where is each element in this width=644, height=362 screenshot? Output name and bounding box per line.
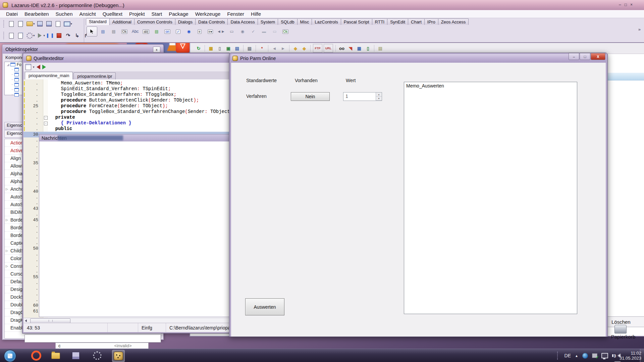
auswerten-button[interactable]: Auswerten	[245, 298, 284, 315]
togglebox-icon[interactable]: on	[162, 27, 172, 36]
palette-tab-dialogs[interactable]: Dialogs	[175, 18, 196, 25]
menu-ansicht[interactable]: Ansicht	[76, 11, 99, 17]
scrollbar-icon[interactable]: ◄►	[216, 27, 226, 36]
frame-icon[interactable]: ▭	[270, 27, 280, 36]
clipboard-icon[interactable]: ▯	[364, 45, 372, 52]
highlight-icon[interactable]: ◥	[347, 45, 354, 52]
minimize-button[interactable]: –	[569, 53, 579, 60]
step-over-icon[interactable]: ↷	[64, 32, 72, 40]
menu-suchen[interactable]: Suchen	[52, 11, 76, 17]
chevron-down-icon[interactable]: ▾	[33, 22, 35, 25]
binoculars-icon[interactable]: oo	[338, 45, 345, 52]
minimize-icon[interactable]: –	[619, 2, 621, 7]
palette-overflow-chevron[interactable]: »	[638, 27, 641, 32]
palette-tab-data-controls[interactable]: Data Controls	[195, 18, 228, 25]
chevron-down-icon[interactable]: ▾	[44, 34, 45, 37]
palette-tab-common-controls[interactable]: Common Controls	[134, 18, 175, 25]
wert-spin-edit[interactable]: 1 ▲ ▼	[343, 92, 382, 101]
nein-toggle-button[interactable]: Nein	[291, 92, 330, 101]
menu-datei[interactable]: Datei	[3, 11, 21, 17]
back-icon[interactable]	[37, 65, 40, 69]
palette-tab-additional[interactable]: Additional	[109, 18, 135, 25]
package-down-icon[interactable]: ◆	[301, 45, 308, 52]
start-button[interactable]	[4, 350, 16, 362]
taskbar-settings-icon[interactable]	[91, 350, 103, 361]
palette-tab-ipro[interactable]: IPro	[424, 18, 438, 25]
palette-tab-lazcontrols[interactable]: LazControls	[312, 18, 341, 25]
open-icon[interactable]	[25, 20, 34, 28]
recycle-bin-icon[interactable]	[614, 325, 627, 334]
forward-icon[interactable]	[42, 65, 46, 69]
palette-tab-chart[interactable]: Chart	[408, 18, 425, 25]
network-icon[interactable]	[601, 353, 608, 358]
edit-icon[interactable]: ab|	[141, 27, 151, 36]
refresh-icon[interactable]: ↻	[195, 45, 202, 52]
notes-icon[interactable]: ▤	[377, 45, 384, 52]
stop-icon[interactable]	[55, 32, 63, 40]
menu-package[interactable]: Package	[165, 11, 192, 17]
ftp-icon[interactable]: FTP	[313, 44, 322, 53]
speaker-icon[interactable]: )))	[612, 354, 615, 358]
checkgroup-icon[interactable]: ✓	[248, 27, 258, 36]
menu-quelltext[interactable]: Quelltext	[99, 11, 126, 17]
maximize-icon[interactable]: □	[625, 2, 627, 7]
package-up-icon[interactable]: ◆	[292, 45, 299, 52]
taskbar-browser-icon[interactable]	[30, 350, 42, 361]
menu-hilfe[interactable]: Hilfe	[248, 11, 264, 17]
palette-tab-data-access[interactable]: Data Access	[227, 18, 258, 25]
groupbox-icon[interactable]: ▭	[227, 27, 237, 36]
chevron-down-icon[interactable]: ▾	[33, 65, 35, 69]
button-icon[interactable]: Ok	[119, 27, 129, 36]
back-icon[interactable]: ◄	[271, 45, 278, 52]
close-icon[interactable]: x	[153, 47, 160, 53]
asterisk-icon[interactable]: *	[258, 45, 266, 52]
new-form-icon[interactable]	[16, 20, 24, 28]
spin-down-icon[interactable]: ▼	[376, 97, 382, 101]
palette-tab-pascal-script[interactable]: Pascal Script	[341, 18, 372, 25]
scroll-left-icon[interactable]	[25, 319, 27, 322]
menu-werkzeuge[interactable]: Werkzeuge	[192, 11, 224, 17]
palette-tab-sqldb[interactable]: SQLdb	[278, 18, 297, 25]
combobox-icon[interactable]: ≡▾	[205, 27, 215, 36]
listbox-icon[interactable]: ≡	[195, 27, 205, 36]
new-unit-icon[interactable]	[7, 20, 15, 28]
menu-bearbeiten[interactable]: Bearbeiten	[21, 11, 52, 17]
copy-icon[interactable]	[16, 32, 24, 40]
cursor-icon[interactable]	[87, 26, 97, 37]
show-desktop-button[interactable]	[640, 349, 644, 362]
step-into-icon[interactable]: ↳	[73, 32, 81, 40]
recycle-bin-label[interactable]: Papierkorb	[602, 334, 644, 340]
tray-expand-icon[interactable]: ▲	[575, 354, 578, 358]
maximize-button[interactable]: □	[580, 53, 590, 60]
pause-icon[interactable]	[46, 32, 54, 40]
taskbar-floppy-icon[interactable]	[70, 350, 82, 361]
palette-tab-misc[interactable]: Misc	[297, 18, 312, 25]
memo-icon[interactable]: ▤	[152, 27, 162, 36]
grid-icon[interactable]: ▦	[356, 45, 363, 52]
palette-tab-standard[interactable]: Standard	[86, 18, 110, 25]
chevron-down-icon[interactable]: ▾	[33, 34, 35, 37]
view-form-icon[interactable]	[63, 20, 71, 28]
spin-buttons[interactable]: ▲ ▼	[376, 93, 382, 101]
editor-tab-prioparmonline.lpr[interactable]: prioparmonline.lpr	[73, 72, 116, 79]
new-icon[interactable]	[7, 32, 15, 40]
spin-up-icon[interactable]: ▲	[376, 93, 382, 97]
close-button[interactable]: X	[591, 53, 605, 60]
radiogroup-icon[interactable]: ◉	[237, 27, 248, 36]
menu-start[interactable]: Start	[148, 11, 166, 17]
link-icon[interactable]: ▧	[246, 45, 253, 52]
tree-icon[interactable]: ▤	[233, 45, 241, 52]
popup-menu-icon[interactable]: ▤	[109, 27, 119, 36]
palette-tab-system[interactable]: System	[258, 18, 278, 25]
radiobutton-icon[interactable]: ◉	[184, 27, 194, 36]
palette-tab-zeos-access[interactable]: Zeos Access	[438, 18, 469, 25]
scrollbar-thumb[interactable]	[30, 318, 70, 323]
auswerten-memo[interactable]: Memo_Auswerten	[404, 82, 577, 314]
taskbar-explorer-icon[interactable]	[50, 350, 62, 361]
close-icon[interactable]: ×	[630, 2, 633, 7]
usb-device-icon[interactable]	[592, 353, 597, 358]
forward-icon[interactable]: ►	[279, 45, 287, 52]
build-options-icon[interactable]	[25, 32, 34, 40]
taskbar-lazarus-icon[interactable]	[112, 350, 125, 362]
horizontal-scrollbar[interactable]	[23, 318, 229, 323]
